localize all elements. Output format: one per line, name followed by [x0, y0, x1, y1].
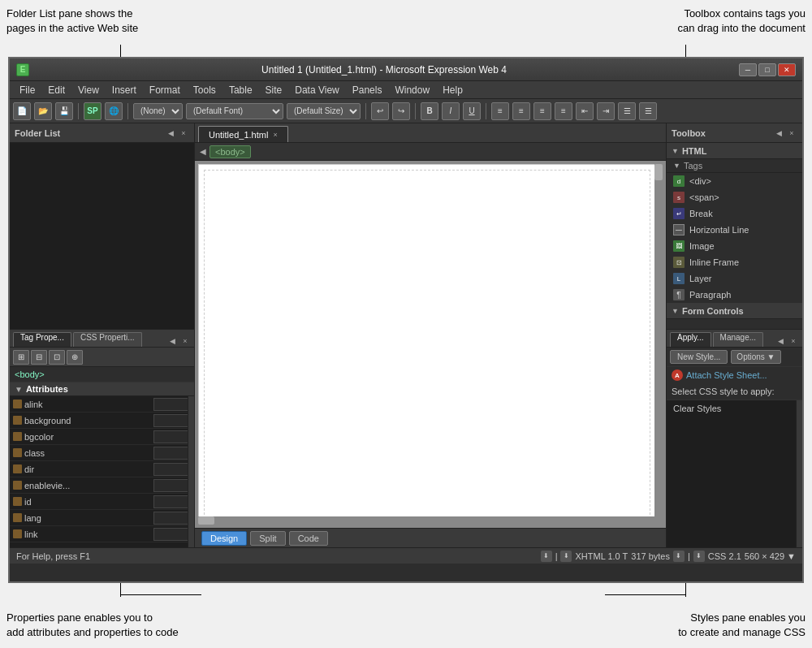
editor-hscroll[interactable] [198, 516, 654, 525]
folder-list-close[interactable]: × [178, 127, 189, 139]
toolbox-item-paragraph[interactable]: ¶ Paragraph [667, 287, 802, 303]
attr-row-lang[interactable]: lang [10, 510, 194, 526]
attach-style-row[interactable]: A Attach Style Sheet... [667, 367, 802, 383]
status-bytes: 317 bytes [631, 551, 670, 561]
styles-close[interactable]: × [788, 335, 799, 347]
folder-list-title: Folder List [15, 128, 60, 138]
toolbox-item-break[interactable]: ↵ Break [667, 205, 802, 222]
styles-pin[interactable]: ◀ [775, 335, 786, 347]
prop-btn-1[interactable]: ⊞ [13, 350, 29, 365]
open-button[interactable]: 📂 [34, 102, 52, 120]
tab-apply-styles[interactable]: Apply... [670, 332, 711, 347]
new-button[interactable]: 📄 [13, 102, 31, 120]
toolbox-item-image[interactable]: 🖼 Image [667, 238, 802, 254]
form-controls-header[interactable]: ▼ Form Controls [667, 303, 802, 319]
close-button[interactable]: ✕ [778, 63, 796, 76]
clear-styles-item[interactable]: Clear Styles [667, 400, 802, 417]
align-justify-button[interactable]: ≡ [555, 102, 572, 120]
toolbar-separator-3 [365, 103, 366, 119]
italic-button[interactable]: I [442, 102, 460, 120]
tab-tag-properties[interactable]: Tag Prope... [13, 332, 71, 347]
attr-row-id[interactable]: id [10, 494, 194, 510]
editor-vscroll[interactable] [654, 164, 663, 525]
options-button[interactable]: Options ▼ [731, 350, 780, 364]
bold-button[interactable]: B [421, 102, 438, 120]
align-right-button[interactable]: ≡ [533, 102, 551, 120]
menu-table[interactable]: Table [222, 83, 259, 97]
align-left-button[interactable]: ≡ [491, 102, 509, 120]
attr-row-dir[interactable]: dir [10, 461, 194, 477]
status-icon-2[interactable]: ⬇ [560, 551, 572, 562]
prop-btn-3[interactable]: ⊡ [49, 350, 65, 365]
attr-row-bgcolor[interactable]: bgcolor [10, 429, 194, 445]
view-code-button[interactable]: Code [289, 531, 328, 546]
style-dropdown[interactable]: (None) [133, 103, 183, 119]
menu-help[interactable]: Help [436, 83, 469, 97]
menu-format[interactable]: Format [143, 83, 187, 97]
folder-list-pin[interactable]: ◀ [165, 127, 176, 139]
toolbox-item-hr[interactable]: ─ Horizontal Line [667, 222, 802, 238]
size-dropdown[interactable]: (Default Size) [287, 103, 361, 119]
menu-site[interactable]: Site [259, 83, 289, 97]
list-ul-button[interactable]: ☰ [618, 102, 636, 120]
prop-btn-2[interactable]: ⊟ [31, 350, 47, 365]
indent-more-button[interactable]: ⇥ [597, 102, 615, 120]
annotation-bottom-right: Styles pane enables you to create and ma… [627, 611, 806, 640]
attr-row-background[interactable]: background [10, 413, 194, 429]
attributes-collapse[interactable]: ▼ [15, 385, 23, 394]
view-split-button[interactable]: Split [250, 531, 285, 546]
list-ol-button[interactable]: ☰ [639, 102, 657, 120]
status-separator-2: | [688, 551, 690, 561]
redo-button[interactable]: ↪ [392, 102, 410, 120]
status-icon-3[interactable]: ⬇ [673, 551, 685, 562]
html-section-header[interactable]: ▼ HTML [667, 143, 802, 159]
menu-panels[interactable]: Panels [346, 83, 389, 97]
tab-manage-styles[interactable]: Manage... [713, 332, 763, 347]
undo-button[interactable]: ↩ [371, 102, 389, 120]
sp-button[interactable]: SP [84, 102, 102, 120]
toolbox-close[interactable]: × [786, 127, 797, 139]
menu-window[interactable]: Window [388, 83, 436, 97]
font-dropdown[interactable]: (Default Font) [186, 103, 283, 119]
styles-scrollbar[interactable] [796, 400, 802, 547]
menu-tools[interactable]: Tools [187, 83, 222, 97]
editor-vscroll-thumb[interactable] [654, 164, 663, 180]
toolbox-item-span[interactable]: s <span> [667, 189, 802, 205]
menu-file[interactable]: File [13, 83, 41, 97]
view-design-button[interactable]: Design [201, 531, 247, 546]
minimize-button[interactable]: ─ [739, 63, 757, 76]
editor-tab[interactable]: Untitled_1.html × [198, 126, 288, 142]
editor-tab-label: Untitled_1.html [209, 130, 268, 140]
menu-view[interactable]: View [71, 83, 106, 97]
attributes-scrollbar[interactable] [188, 396, 194, 547]
underline-button[interactable]: U [463, 102, 481, 120]
status-icon-1[interactable]: ⬇ [541, 551, 552, 562]
toolbox-item-layer[interactable]: L Layer [667, 270, 802, 287]
save-button[interactable]: 💾 [55, 102, 73, 120]
tab-css-properties[interactable]: CSS Properti... [73, 332, 142, 347]
attr-row-class[interactable]: class [10, 445, 194, 461]
publish-button[interactable]: 🌐 [105, 102, 123, 120]
attr-row-enablevie[interactable]: enablevie... [10, 477, 194, 494]
new-style-button[interactable]: New Style... [670, 350, 728, 364]
toolbox-item-div[interactable]: d <div> [667, 173, 802, 189]
editor-hscroll-thumb[interactable] [198, 516, 214, 525]
toolbox-item-iframe[interactable]: ⊡ Inline Frame [667, 254, 802, 270]
properties-pin[interactable]: ◀ [166, 335, 178, 347]
breadcrumb-tag[interactable]: <body> [209, 145, 251, 158]
align-center-button[interactable]: ≡ [512, 102, 530, 120]
prop-btn-4[interactable]: ⊕ [67, 350, 83, 365]
maximize-button[interactable]: □ [758, 63, 776, 76]
attr-row-alink[interactable]: alink [10, 396, 194, 413]
attr-name-link: link [24, 529, 153, 539]
menu-edit[interactable]: Edit [41, 83, 71, 97]
editor-canvas[interactable] [198, 164, 663, 525]
attr-row-link[interactable]: link [10, 526, 194, 542]
menu-data-view[interactable]: Data View [288, 83, 345, 97]
indent-less-button[interactable]: ⇤ [576, 102, 594, 120]
editor-tab-close[interactable]: × [273, 131, 277, 139]
toolbox-pin[interactable]: ◀ [773, 127, 784, 139]
menu-insert[interactable]: Insert [106, 83, 143, 97]
properties-close[interactable]: × [179, 335, 191, 347]
status-icon-4[interactable]: ⬇ [693, 551, 705, 562]
